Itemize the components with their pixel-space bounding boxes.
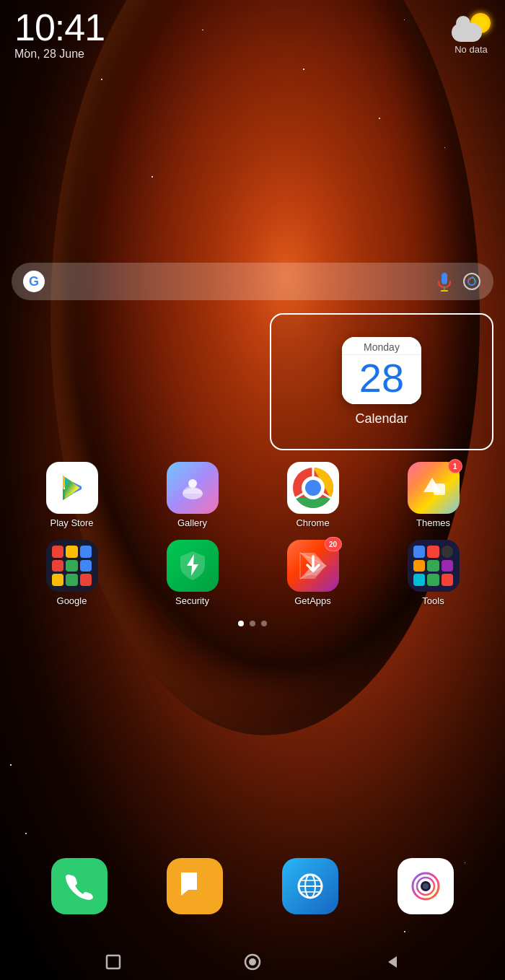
- themes-badge: 1: [448, 459, 462, 473]
- security-label: Security: [175, 595, 209, 606]
- gallery-label: Gallery: [177, 517, 207, 528]
- gallery-icon: [167, 462, 219, 514]
- getapps-badge: 20: [325, 537, 342, 551]
- app-row-1: Play Store Gallery: [12, 462, 493, 528]
- nav-back-button[interactable]: [382, 952, 402, 972]
- chrome-label: Chrome: [296, 517, 329, 528]
- search-bar[interactable]: G: [12, 263, 493, 300]
- svg-rect-39: [107, 955, 120, 968]
- security-icon: [167, 540, 219, 592]
- nav-bar: [0, 944, 505, 980]
- svg-point-5: [469, 279, 471, 281]
- app-item-security[interactable]: Security: [164, 540, 221, 606]
- svg-marker-42: [388, 956, 397, 968]
- calendar-day-number: 28: [342, 355, 421, 404]
- svg-point-19: [305, 480, 321, 496]
- dock-phone[interactable]: [51, 858, 107, 914]
- page-dot-2: [250, 621, 255, 626]
- lens-search-icon[interactable]: [462, 271, 482, 292]
- content-area: G: [0, 61, 505, 836]
- playstore-label: Play Store: [50, 517, 94, 528]
- nav-square-button[interactable]: [103, 952, 123, 972]
- clock: 10:41: [14, 9, 105, 46]
- tools-icon: [408, 540, 460, 592]
- calendar-app-label: Calendar: [355, 411, 408, 426]
- page-dot-1: [238, 621, 244, 626]
- weather-block: No data: [452, 9, 491, 55]
- messages-icon: [178, 870, 211, 903]
- svg-rect-0: [442, 273, 447, 284]
- google-logo: G: [23, 271, 45, 292]
- tools-label: Tools: [422, 595, 444, 606]
- svg-point-3: [464, 274, 480, 289]
- app-item-getapps[interactable]: 20 GetApps: [284, 540, 342, 606]
- app-item-tools[interactable]: Tools: [405, 540, 462, 606]
- status-bar: 10:41 Mon, 28 June No data: [0, 0, 505, 61]
- getapps-label: GetApps: [294, 595, 331, 606]
- app-item-google[interactable]: Google: [43, 540, 101, 606]
- nav-home-button[interactable]: [242, 952, 263, 972]
- svg-rect-29: [181, 872, 197, 890]
- dock-browser[interactable]: [282, 858, 338, 914]
- svg-point-38: [423, 883, 429, 889]
- themes-label: Themes: [416, 517, 450, 528]
- date: Mon, 28 June: [14, 48, 105, 61]
- app-item-themes[interactable]: 1 Themes: [405, 462, 462, 528]
- themes-icon: 1: [408, 462, 460, 514]
- google-label: Google: [57, 595, 87, 606]
- phone-icon: [64, 871, 95, 901]
- calendar-widget[interactable]: Monday 28 Calendar: [270, 313, 493, 450]
- svg-rect-23: [434, 484, 445, 495]
- playstore-icon: [46, 462, 98, 514]
- camera-icon: [409, 870, 442, 903]
- browser-icon: [294, 870, 327, 903]
- page-dot-3: [261, 621, 267, 626]
- svg-point-41: [249, 958, 256, 966]
- dock-camera[interactable]: [398, 858, 454, 914]
- calendar-icon: Monday 28: [342, 337, 421, 404]
- page-indicators: [12, 621, 493, 626]
- weather-label: No data: [454, 44, 488, 55]
- mic-icon[interactable]: [434, 271, 454, 292]
- weather-icon: [452, 13, 491, 42]
- screen: 10:41 Mon, 28 June No data G: [0, 0, 505, 980]
- chrome-icon: [287, 462, 339, 514]
- calendar-widget-area: Monday 28 Calendar: [12, 313, 493, 450]
- getapps-icon: 20: [287, 540, 339, 592]
- time-block: 10:41 Mon, 28 June: [14, 9, 105, 61]
- app-item-playstore[interactable]: Play Store: [43, 462, 101, 528]
- google-icon: [46, 540, 98, 592]
- cloud-icon: [452, 23, 482, 42]
- dock: [0, 836, 505, 937]
- calendar-day-name: Monday: [342, 337, 421, 355]
- dock-messages[interactable]: [167, 858, 223, 914]
- app-row-2: Google Security 20: [12, 540, 493, 606]
- app-item-chrome[interactable]: Chrome: [284, 462, 342, 528]
- app-item-gallery[interactable]: Gallery: [164, 462, 221, 528]
